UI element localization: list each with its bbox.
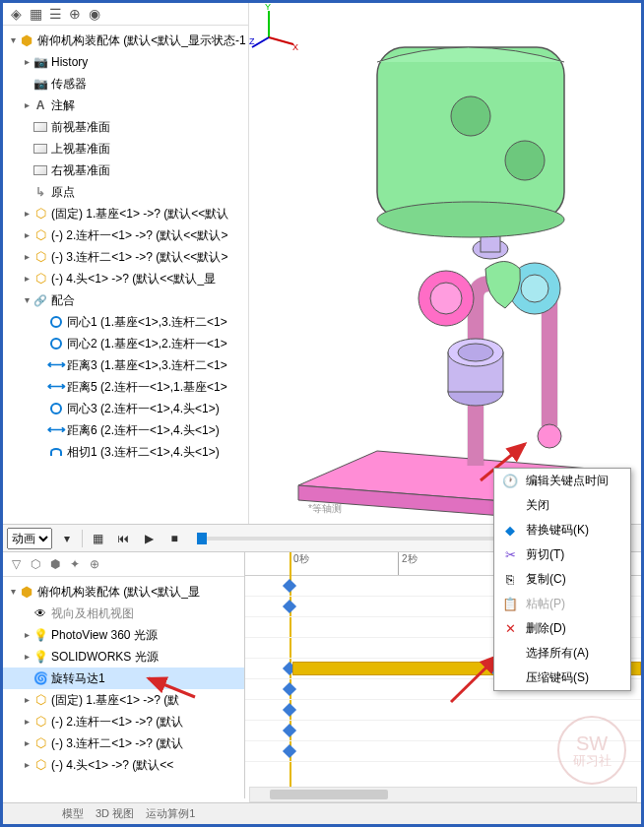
history-node[interactable]: History (51, 52, 88, 72)
motion-root[interactable]: 俯仰机构装配体 (默认<默认_显 (37, 582, 200, 602)
part-icon: ⬡ (32, 714, 48, 730)
3d-viewport[interactable]: Y X Z *等轴测 (249, 3, 641, 524)
delete-icon: ✕ (502, 621, 518, 637)
mate-node[interactable]: 距离3 (1.基座<1>,3.连杆二<1> (67, 355, 227, 375)
expander-icon[interactable]: ▸ (21, 204, 32, 223)
expander-icon[interactable]: ▸ (21, 755, 32, 775)
keyframe[interactable] (283, 744, 296, 758)
paste-icon: 📋 (502, 597, 518, 612)
expander-icon[interactable]: ▸ (21, 733, 32, 753)
dropdown-arrow-icon[interactable]: ▾ (56, 528, 78, 549)
view-label: *等轴测 (308, 502, 342, 516)
origin-node[interactable]: 原点 (51, 182, 75, 202)
feature-tree[interactable]: ▾⬢俯仰机构装配体 (默认<默认_显示状态-1 ▸History 传感器 ▸注解… (3, 26, 248, 467)
sensor-icon (32, 76, 48, 92)
mate-node[interactable]: 相切1 (3.连杆二<1>,4.头<1>) (67, 442, 220, 462)
menu-delete[interactable]: ✕删除(D) (494, 616, 630, 641)
ruler-tick: 2秒 (398, 552, 418, 575)
study-type-dropdown[interactable]: 动画 (7, 528, 52, 549)
tree-tab-icon[interactable]: ☰ (46, 5, 64, 23)
part-icon: ⬡ (32, 227, 48, 243)
tab-model[interactable]: 模型 (62, 806, 84, 821)
expander-icon[interactable]: ▸ (21, 647, 32, 667)
part-node[interactable]: (-) 4.头<1> ->? (默认<<默认_显 (51, 269, 216, 288)
expander-icon[interactable]: ▸ (21, 247, 32, 267)
part-node[interactable]: (固定) 1.基座<1> ->? (默认<<默认 (51, 204, 228, 223)
tool-icon[interactable]: ⬡ (27, 555, 44, 573)
mates-icon (32, 292, 48, 308)
calc-icon[interactable]: ▦ (87, 528, 108, 549)
plane-right[interactable]: 右视基准面 (51, 160, 110, 180)
motor-icon: 🌀 (32, 670, 48, 686)
sensors-node[interactable]: 传感器 (51, 74, 87, 94)
play-start-icon[interactable]: ⏮ (112, 528, 134, 549)
part-node[interactable]: (-) 4.头<1> ->? (默认<< (51, 755, 173, 775)
tree-tab-icon[interactable]: ⊕ (66, 5, 84, 23)
menu-edit-key-time[interactable]: 🕐编辑关键点时间 (494, 469, 630, 493)
svg-text:X: X (292, 42, 298, 52)
mates-node[interactable]: 配合 (51, 290, 75, 310)
ruler-tick: 0秒 (290, 552, 309, 575)
keyframe[interactable] (283, 724, 296, 737)
expander-icon[interactable]: ▸ (21, 52, 32, 72)
menu-cut[interactable]: ✂剪切(T) (494, 542, 630, 567)
tool-icon[interactable]: ⬢ (46, 555, 64, 573)
horizontal-scrollbar[interactable] (249, 787, 637, 802)
diamond-icon: ◆ (502, 523, 518, 539)
mate-node[interactable]: 距离6 (2.连杆一<1>,4.头<1>) (67, 420, 220, 440)
keyframe[interactable] (283, 682, 296, 696)
expander-icon[interactable]: ▸ (21, 712, 32, 732)
tool-icon[interactable]: ✦ (66, 555, 84, 573)
motor-node[interactable]: 旋转马达1 (51, 668, 105, 688)
mate-node[interactable]: 同心3 (2.连杆一<1>,4.头<1>) (67, 399, 220, 418)
pv360-node[interactable]: PhotoView 360 光源 (51, 625, 158, 645)
expander-icon[interactable]: ▾ (7, 582, 19, 602)
expander-icon[interactable]: ▸ (21, 269, 32, 288)
play-icon[interactable]: ▶ (138, 528, 160, 549)
swlight-node[interactable]: SOLIDWORKS 光源 (51, 647, 159, 667)
view-cam-node[interactable]: 视向及相机视图 (51, 604, 134, 623)
part-node[interactable]: (-) 3.连杆二<1> ->? (默认<<默认> (51, 247, 227, 267)
svg-point-4 (458, 344, 493, 361)
menu-select-all[interactable]: 选择所有(A) (494, 641, 630, 666)
keyframe[interactable] (283, 703, 296, 717)
plane-top[interactable]: 上视基准面 (51, 139, 110, 159)
part-icon: ⬡ (32, 735, 48, 751)
part-node[interactable]: (-) 2.连杆一<1> ->? (默认 (51, 712, 183, 732)
keyframe[interactable] (283, 600, 296, 613)
tree-root[interactable]: 俯仰机构装配体 (默认<默认_显示状态-1 (37, 31, 246, 50)
expander-icon[interactable]: ▸ (21, 95, 32, 115)
filter-icon[interactable]: ▽ (7, 555, 25, 573)
menu-close[interactable]: 关闭 (494, 493, 630, 518)
light-icon: 💡 (32, 627, 48, 643)
stop-icon[interactable]: ■ (163, 528, 185, 549)
concentric-icon (48, 314, 64, 330)
expander-icon[interactable]: ▸ (21, 225, 32, 245)
part-node[interactable]: (固定) 1.基座<1> ->? (默 (51, 690, 179, 710)
tree-tab-icon[interactable]: ▦ (27, 5, 44, 23)
part-node[interactable]: (-) 3.连杆二<1> ->? (默认 (51, 733, 183, 753)
mate-node[interactable]: 同心1 (1.基座<1>,3.连杆二<1> (67, 312, 227, 332)
tool-icon[interactable]: ⊕ (86, 555, 103, 573)
expander-icon[interactable]: ▾ (7, 31, 19, 50)
motion-tree-toolbar: ▽ ⬡ ⬢ ✦ ⊕ (3, 552, 244, 577)
part-node[interactable]: (-) 2.连杆一<1> ->? (默认<<默认> (51, 225, 227, 245)
tab-3dview[interactable]: 3D 视图 (96, 806, 134, 821)
mate-node[interactable]: 同心2 (1.基座<1>,2.连杆一<1> (67, 334, 227, 353)
part-icon: ⬡ (32, 757, 48, 773)
note-icon (32, 97, 48, 113)
mate-node[interactable]: 距离5 (2.连杆一<1>,1.基座<1> (67, 377, 227, 397)
expander-icon[interactable]: ▸ (21, 690, 32, 710)
menu-replace-key[interactable]: ◆替换键码(K) (494, 518, 630, 542)
menu-compress-key[interactable]: 压缩键码(S) (494, 666, 630, 690)
menu-copy[interactable]: ⎘复制(C) (494, 567, 630, 592)
plane-front[interactable]: 前视基准面 (51, 117, 110, 137)
notes-node[interactable]: 注解 (51, 95, 75, 115)
keyframe[interactable] (283, 579, 296, 593)
expander-icon[interactable]: ▸ (21, 625, 32, 645)
expander-icon[interactable]: ▾ (21, 290, 32, 310)
tab-motion-study[interactable]: 运动算例1 (146, 806, 195, 821)
tree-tab-icon[interactable]: ◈ (7, 5, 25, 23)
tree-tab-icon[interactable]: ◉ (86, 5, 103, 23)
feature-tree-panel: ◈ ▦ ☰ ⊕ ◉ ▾⬢俯仰机构装配体 (默认<默认_显示状态-1 ▸Histo… (3, 3, 249, 524)
